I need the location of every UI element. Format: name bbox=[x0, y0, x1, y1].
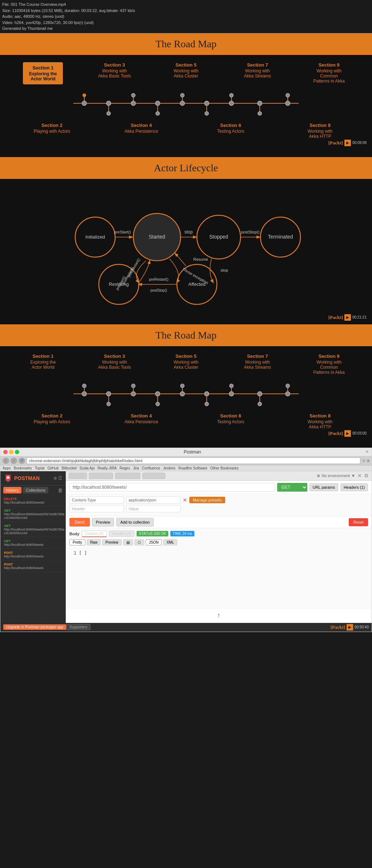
browser-url-bar[interactable]: chrome-extension://mkhjojkkhkdaghjfdnphf… bbox=[27, 457, 360, 464]
cookies-tab[interactable]: Cookies (4) bbox=[82, 531, 107, 537]
postman-titlebar: Postman ✕ bbox=[0, 448, 372, 456]
basic-auth-btn[interactable]: Basic Auth bbox=[89, 473, 113, 479]
bookmark-bitbucket[interactable]: Bitbucket bbox=[62, 466, 77, 470]
svg-text:Terminated: Terminated bbox=[268, 234, 293, 240]
section-label-3-s7: Section 7 Working withAkka Streams bbox=[238, 353, 278, 375]
bookmark-roadfire[interactable]: Roadfire Software bbox=[178, 466, 207, 470]
oauth1-btn[interactable]: OAuth 1.0 bbox=[142, 473, 165, 479]
svg-point-57 bbox=[82, 392, 86, 396]
slide-lifecycle: Actor Lifecycle Initialized Started Stop… bbox=[0, 157, 372, 324]
play-button-2: ▶ bbox=[344, 314, 351, 321]
roadmap-container-3: Section 1 Exploring theActor World Secti… bbox=[0, 346, 372, 440]
forward-button[interactable]: › bbox=[11, 457, 17, 464]
refresh-button[interactable]: ↺ bbox=[19, 457, 25, 464]
svg-text:Started: Started bbox=[149, 234, 165, 240]
format-icon2-button[interactable]: ⬡ bbox=[134, 539, 144, 545]
file-info: File: 001 The Course Overview.mp4 Size: … bbox=[0, 0, 372, 33]
send-button[interactable]: Send bbox=[69, 518, 90, 527]
bookmark-regex[interactable]: Regex bbox=[120, 466, 130, 470]
manage-presets-button[interactable]: Manage presets bbox=[189, 497, 225, 503]
pretty-button[interactable]: Pretty bbox=[69, 539, 85, 545]
content-type-value-input[interactable] bbox=[126, 496, 181, 504]
bookmark-other[interactable]: Other Bookmarks bbox=[210, 466, 239, 470]
roadmap-bottom-sections-1: Section 2 Playing with Actors Section 4 … bbox=[4, 123, 368, 139]
bookmarks-bar: Apps Bookmarks Toptal GitHub Bitbucket S… bbox=[0, 465, 372, 471]
code-area: 1 [ ] bbox=[69, 548, 368, 562]
request-bar: GET POST PUT DELETE URL params Headers (… bbox=[66, 481, 372, 494]
reset-button[interactable]: Reset bbox=[349, 518, 368, 526]
maximize-button[interactable] bbox=[15, 450, 19, 454]
preview-tab-button[interactable]: Preview bbox=[102, 539, 122, 545]
bookmark-bookmarks[interactable]: Bookmarks bbox=[14, 466, 32, 470]
sidebar-item-4[interactable]: POST http://localhost:8080/tweets bbox=[0, 549, 66, 560]
svg-point-63 bbox=[180, 392, 185, 396]
normal-btn[interactable]: Normal bbox=[69, 473, 87, 479]
format-icon-button[interactable]: ▤ bbox=[123, 539, 133, 545]
svg-point-78 bbox=[205, 392, 209, 396]
bookmark-apps[interactable]: Apps bbox=[3, 466, 11, 470]
method-select[interactable]: GET POST PUT DELETE bbox=[277, 483, 307, 492]
bookmark-github[interactable]: GitHub bbox=[48, 466, 59, 470]
minimize-button[interactable] bbox=[9, 450, 13, 454]
digest-auth-btn[interactable]: Digest Auth bbox=[115, 473, 140, 479]
slide3-header: The Road Map bbox=[0, 324, 372, 346]
trash-icon[interactable]: 🗑 bbox=[58, 487, 63, 493]
close-button[interactable] bbox=[3, 450, 8, 454]
roadmap-top-sections-1: Section 1 Exploring theActor World Secti… bbox=[4, 62, 368, 84]
headers-button[interactable]: Headers (1) bbox=[340, 483, 368, 491]
sidebar-item-2[interactable]: GET http://localhost:8080/tweets/567ecbb… bbox=[0, 522, 66, 537]
close-icon[interactable]: ⚙ bbox=[364, 473, 369, 479]
collections-tab-button[interactable]: Collections bbox=[23, 487, 48, 493]
svg-text:stop: stop bbox=[221, 268, 228, 272]
preview-button[interactable]: Preview bbox=[92, 518, 114, 527]
star-icon[interactable]: ☆ bbox=[362, 458, 366, 463]
file-line4: Video: h264, yuv420p, 1280x720, 30.00 fp… bbox=[2, 20, 370, 26]
xml-button[interactable]: XML bbox=[163, 539, 177, 545]
no-env-label[interactable]: No environment bbox=[322, 473, 350, 478]
menu-icon[interactable]: ≡ bbox=[367, 458, 369, 463]
raw-button[interactable]: Raw bbox=[87, 539, 101, 545]
bookmark-jira2[interactable]: Jira bbox=[133, 466, 139, 470]
header-key-input[interactable] bbox=[69, 505, 124, 512]
env-chevron-icon[interactable]: ▼ bbox=[351, 473, 355, 478]
code-content: 1 [ ] bbox=[74, 551, 87, 556]
request-url-input[interactable] bbox=[69, 483, 275, 492]
back-button[interactable]: ‹ bbox=[3, 457, 9, 464]
sidebar-item-5[interactable]: POST http://localhost:8080/tweets bbox=[0, 560, 66, 572]
bookmark-scala[interactable]: Scala Api bbox=[80, 466, 95, 470]
bookmark-jira[interactable]: Really-JIRA bbox=[97, 466, 117, 470]
json-button[interactable]: JSON bbox=[146, 539, 162, 545]
postman-close-x-icon[interactable]: ✕ bbox=[365, 449, 369, 454]
timeline-1 bbox=[4, 88, 368, 121]
section-label-3-s5: Section 5 Working withAkka Cluster bbox=[166, 353, 206, 375]
upgrade-button[interactable]: Upgrade to Postman packaged app bbox=[3, 624, 66, 630]
svg-point-72 bbox=[106, 392, 111, 396]
history-tab-button[interactable]: History bbox=[3, 487, 21, 493]
supporters-button[interactable]: Supporters bbox=[66, 624, 90, 630]
bookmark-confluence[interactable]: Confluence bbox=[142, 466, 160, 470]
section-label-s7: Section 7 Working withAkka Streams bbox=[238, 62, 278, 84]
svg-text:preRestart(): preRestart() bbox=[149, 277, 168, 281]
header-value-input[interactable] bbox=[126, 505, 181, 512]
headers-tab[interactable]: Headers (4) bbox=[109, 531, 135, 537]
section-label-s6: Section 6 Testing Actors bbox=[211, 123, 251, 139]
url-params-button[interactable]: URL params bbox=[310, 483, 338, 491]
sidebar-item-3[interactable]: GET http://localhost:8080/tweets bbox=[0, 537, 66, 549]
svg-point-15 bbox=[286, 93, 290, 97]
play-button-postman: ▶ bbox=[347, 624, 353, 631]
add-to-collection-button[interactable]: Add to collection bbox=[116, 518, 154, 527]
section-label-3-s1: Section 1 Exploring theActor World bbox=[23, 353, 63, 375]
section-label-s9: Section 9 Working withCommonPatterns in … bbox=[309, 62, 349, 84]
content-type-key-input[interactable] bbox=[69, 496, 124, 504]
svg-point-79 bbox=[205, 402, 209, 406]
svg-point-82 bbox=[258, 402, 262, 406]
bookmark-toptal[interactable]: Toptal bbox=[35, 466, 45, 470]
browser-bar: ‹ › ↺ chrome-extension://mkhjojkkhkdaghj… bbox=[0, 456, 372, 465]
settings-icon[interactable]: ✕ bbox=[357, 473, 362, 479]
section-label-s2: Section 2 Playing with Actors bbox=[32, 123, 72, 139]
param-delete-icon[interactable]: ✕ bbox=[183, 497, 187, 503]
bookmark-jenkins[interactable]: Jenkins bbox=[163, 466, 175, 470]
sidebar-item-0[interactable]: DELETE http://localhost:8080/tweets/ bbox=[0, 495, 66, 507]
sidebar-item-1[interactable]: GET http://localhost:8080/tweets/567ecbb… bbox=[0, 507, 66, 522]
svg-point-12 bbox=[230, 93, 233, 97]
